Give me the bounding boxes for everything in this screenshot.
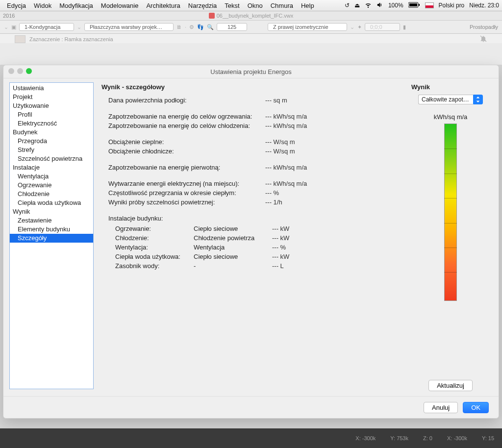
menu-help[interactable]: Help [297,2,318,9]
menu-narzedzia[interactable]: Narzędzia [184,2,221,9]
ok-button[interactable]: OK [463,402,489,413]
selection-chip [15,35,25,43]
language-label: Polski pro [439,2,465,9]
traffic-zoom[interactable] [26,68,32,74]
menu-architektura[interactable]: Architektura [142,2,184,9]
plane-combo[interactable]: Płaszczyzna warstwy projek… [84,23,174,31]
cancel-button[interactable]: Anuluj [424,402,458,413]
walk-icon[interactable]: 👣 [197,24,204,30]
install-value: --- % [272,244,286,251]
sidebar-item-6[interactable]: Przegroda [10,137,93,146]
detail-value: --- kWh/sq m/a [265,180,307,187]
install-label: Wentylacja: [115,244,194,251]
detail-value: --- kWh/sq m/a [265,113,307,120]
detail-row: Dana powierzchnia podłogi:--- sq m [108,97,400,104]
status-x2: X: -300k [447,435,467,441]
menu-okno[interactable]: Okno [244,2,267,9]
detail-value: --- W/sq m [265,138,295,146]
detail-label: Wyniki próby szczelności powietrznej: [108,199,265,206]
svg-rect-1 [409,3,417,6]
install-type: Ciepło sieciowe [194,225,272,232]
menu-edycja[interactable]: Edycja [3,2,30,9]
detail-value: --- 1/h [265,199,282,206]
app-toolbar: ⌄ ▣ 1-Kondygnacja ⌄ Płaszczyzna warstwy … [0,21,502,34]
menu-modelowanie[interactable]: Modelowanie [97,2,143,9]
sidebar-item-10[interactable]: Wentylacja [10,172,93,181]
traffic-min[interactable] [17,68,23,74]
battery-icon[interactable] [408,2,420,9]
sidebar-item-0[interactable]: Ustawienia [10,84,93,93]
menu-modyfikacja[interactable]: Modyfikacja [55,2,97,9]
sidebar-item-12[interactable]: Chłodzenie [10,190,93,199]
install-value: --- kW [272,234,289,242]
install-row: Wentylacja:Wentylacja--- % [115,244,400,251]
sidebar-item-16[interactable]: Elementy budynku [10,225,93,234]
result-combo[interactable]: Całkowite zapotr… [418,95,483,104]
gear-icon[interactable]: ⚙ [189,24,194,30]
install-value: --- L [272,262,284,270]
install-label: Zasobnik wody: [115,262,194,270]
detail-row: Obciążenie cieplne:--- W/sq m [108,138,400,146]
menu-chmura[interactable]: Chmura [267,2,297,9]
sidebar-item-15[interactable]: Zestawienie [10,216,93,225]
menu-tekst[interactable]: Tekst [221,2,243,9]
detail-label: Częstotliwość przegrzania w okresie ciep… [108,189,265,197]
sidebar-item-8[interactable]: Szczelność powietrzna [10,154,93,163]
zoom-combo[interactable]: 125 [217,23,247,31]
axis-icon[interactable]: ✦ [357,24,362,30]
detail-label: Zapotrzebowanie na energię do celów chło… [108,122,265,129]
sidebar-item-1[interactable]: Projekt [10,93,93,101]
install-type: - [194,262,272,270]
flag-icon[interactable] [425,2,434,8]
install-row: Ciepła woda użytkowa:Ciepło sieciowe--- … [115,253,400,260]
result-panel: Wynik Całkowite zapotr… kWh/sq m/a [411,83,490,391]
detail-row: Obciążenie chłodnicze:--- W/sq m [108,148,400,155]
svg-rect-2 [419,4,420,6]
zoom-icon[interactable]: 🔍 [207,24,214,30]
traffic-close[interactable] [8,68,14,74]
dialog-titlebar: Ustawienia projektu Energos [3,65,499,78]
menubar: Edycja Widok Modyfikacja Modelowanie Arc… [0,0,502,11]
detail-row: Wytwarzanie energii elektrycznej (na mie… [108,180,400,187]
install-title: Instalacje budynku: [108,215,400,222]
doc-titlebar: 2016 06__budynek_komplet_IFC.vwx [0,11,502,21]
sidebar-item-4[interactable]: Elektryczność [10,119,93,128]
chevron-updown-icon [473,95,483,104]
eject-icon[interactable]: ⏏ [354,2,360,9]
status-y2: Y: 15 [482,435,494,441]
update-button[interactable]: Aktualizuj [428,380,473,391]
detail-row: Zapotrzebowanie na energię pierwotną:---… [108,164,400,171]
timemachine-icon[interactable]: ↺ [345,2,350,9]
sidebar-item-17[interactable]: Szczegóły [10,234,93,243]
section-icon[interactable]: ▮ [403,24,406,30]
volume-icon[interactable] [376,1,383,10]
sidebar-item-7[interactable]: Strefy [10,146,93,154]
view-combo[interactable]: Z prawej izometrycznie [268,23,347,31]
sidebar-item-9[interactable]: Instalacje [10,163,93,172]
energos-dialog: Ustawienia projektu Energos UstawieniaPr… [3,65,499,419]
selection-text: Zaznaczenie : Ramka zaznaczenia [29,36,113,42]
detail-label: Wytwarzanie energii elektrycznej (na mie… [108,180,265,187]
detail-label: Zapotrzebowanie na energię pierwotną: [108,164,265,171]
result-title: Wynik [411,83,430,91]
sidebar-item-13[interactable]: Ciepła woda użytkowa [10,199,93,207]
battery-label: 100% [388,2,403,9]
layer-combo[interactable]: 1-Kondygnacja [19,23,74,31]
sidebar-item-2[interactable]: Użytkowanie [10,101,93,110]
install-value: --- kW [272,253,289,260]
new-doc-icon[interactable]: 🗎 [176,24,182,30]
sidebar-item-14[interactable]: Wynik [10,207,93,216]
coord-box[interactable]: 0;0;0 [365,23,400,31]
sidebar-item-5[interactable]: Budynek [10,128,93,137]
status-y: Y: 753k [390,435,408,441]
sidebar-item-3[interactable]: Profil [10,110,93,119]
notify-icon[interactable] [479,35,487,44]
detail-label: Obciążenie chłodnicze: [108,148,265,155]
detail-row: Zapotrzebowanie na energię do celów chło… [108,122,400,129]
sidebar-item-11[interactable]: Ogrzewanie [10,181,93,190]
cube-icon[interactable]: ▣ [11,24,16,30]
detail-row: Wyniki próby szczelności powietrznej:---… [108,199,400,206]
wifi-icon[interactable] [365,1,372,10]
doc-icon [209,13,215,19]
menu-widok[interactable]: Widok [30,2,55,9]
